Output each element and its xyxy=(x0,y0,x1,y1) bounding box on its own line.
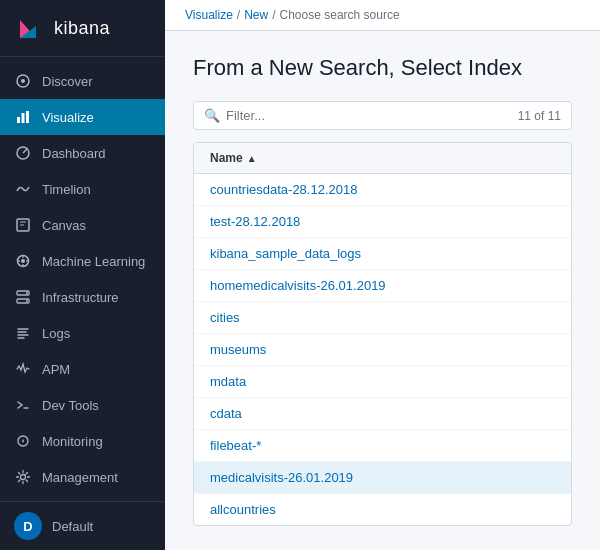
avatar: D xyxy=(14,512,42,540)
table-row[interactable]: allcountries xyxy=(194,494,571,525)
sidebar-label-machine-learning: Machine Learning xyxy=(42,254,145,269)
breadcrumb-separator: / xyxy=(272,8,275,22)
breadcrumb-separator: / xyxy=(237,8,240,22)
table-header: Name ▲ xyxy=(194,143,571,174)
sidebar-label-timelion: Timelion xyxy=(42,182,91,197)
kibana-logo-icon xyxy=(14,12,46,44)
svg-point-11 xyxy=(21,259,25,263)
canvas-icon xyxy=(14,216,32,234)
machine-learning-icon xyxy=(14,252,32,270)
page-title: From a New Search, Select Index xyxy=(193,55,572,81)
breadcrumb-item-2: Choose search source xyxy=(280,8,400,22)
sidebar: kibana Discover Visualize Dashboard Time… xyxy=(0,0,165,550)
sidebar-label-visualize: Visualize xyxy=(42,110,94,125)
table-row[interactable]: medicalvisits-26.01.2019 xyxy=(194,462,571,494)
table-row[interactable]: cities xyxy=(194,302,571,334)
svg-point-21 xyxy=(21,475,26,480)
sidebar-item-timelion[interactable]: Timelion xyxy=(0,171,165,207)
footer-label: Default xyxy=(52,519,93,534)
timelion-icon xyxy=(14,180,32,198)
table-row[interactable]: mdata xyxy=(194,366,571,398)
svg-rect-5 xyxy=(17,117,20,123)
sort-arrow-icon: ▲ xyxy=(247,153,257,164)
table-row[interactable]: countriesdata-28.12.2018 xyxy=(194,174,571,206)
index-table: Name ▲ countriesdata-28.12.2018test-28.1… xyxy=(193,142,572,526)
sidebar-label-apm: APM xyxy=(42,362,70,377)
sidebar-item-apm[interactable]: APM xyxy=(0,351,165,387)
sidebar-item-discover[interactable]: Discover xyxy=(0,63,165,99)
filter-count: 11 of 11 xyxy=(518,109,561,123)
column-name: Name ▲ xyxy=(210,151,257,165)
sidebar-item-dev-tools[interactable]: Dev Tools xyxy=(0,387,165,423)
breadcrumb-item-0[interactable]: Visualize xyxy=(185,8,233,22)
sidebar-item-infrastructure[interactable]: Infrastructure xyxy=(0,279,165,315)
sidebar-item-canvas[interactable]: Canvas xyxy=(0,207,165,243)
sidebar-item-monitoring[interactable]: Monitoring xyxy=(0,423,165,459)
table-row[interactable]: kibana_sample_data_logs xyxy=(194,238,571,270)
sidebar-item-visualize[interactable]: Visualize xyxy=(0,99,165,135)
svg-rect-0 xyxy=(14,12,46,44)
monitoring-icon xyxy=(14,432,32,450)
sidebar-footer[interactable]: D Default xyxy=(0,501,165,550)
sidebar-logo: kibana xyxy=(0,0,165,57)
breadcrumb-item-1[interactable]: New xyxy=(244,8,268,22)
table-row[interactable]: cdata xyxy=(194,398,571,430)
sidebar-label-management: Management xyxy=(42,470,118,485)
table-row[interactable]: test-28.12.2018 xyxy=(194,206,571,238)
table-body: countriesdata-28.12.2018test-28.12.2018k… xyxy=(194,174,571,525)
sidebar-item-logs[interactable]: Logs xyxy=(0,315,165,351)
sidebar-item-dashboard[interactable]: Dashboard xyxy=(0,135,165,171)
table-row[interactable]: homemedicalvisits-26.01.2019 xyxy=(194,270,571,302)
sidebar-item-management[interactable]: Management xyxy=(0,459,165,495)
sidebar-label-infrastructure: Infrastructure xyxy=(42,290,119,305)
apm-icon xyxy=(14,360,32,378)
sidebar-label-dev-tools: Dev Tools xyxy=(42,398,99,413)
discover-icon xyxy=(14,72,32,90)
svg-point-18 xyxy=(26,292,28,294)
sidebar-label-logs: Logs xyxy=(42,326,70,341)
sidebar-nav: Discover Visualize Dashboard Timelion Ca… xyxy=(0,57,165,501)
visualize-icon xyxy=(14,108,32,126)
app-title: kibana xyxy=(54,18,110,39)
filter-bar: 🔍 11 of 11 xyxy=(193,101,572,130)
content-area: From a New Search, Select Index 🔍 11 of … xyxy=(165,31,600,550)
sidebar-label-canvas: Canvas xyxy=(42,218,86,233)
sidebar-label-monitoring: Monitoring xyxy=(42,434,103,449)
sidebar-item-machine-learning[interactable]: Machine Learning xyxy=(0,243,165,279)
dashboard-icon xyxy=(14,144,32,162)
infrastructure-icon xyxy=(14,288,32,306)
dev-tools-icon xyxy=(14,396,32,414)
logs-icon xyxy=(14,324,32,342)
sidebar-label-discover: Discover xyxy=(42,74,93,89)
svg-point-19 xyxy=(26,300,28,302)
svg-point-4 xyxy=(21,79,25,83)
sidebar-label-dashboard: Dashboard xyxy=(42,146,106,161)
main-content: Visualize/New/Choose search source From … xyxy=(165,0,600,550)
breadcrumb: Visualize/New/Choose search source xyxy=(165,0,600,31)
svg-rect-7 xyxy=(26,111,29,123)
svg-rect-6 xyxy=(22,113,25,123)
filter-input[interactable] xyxy=(226,108,512,123)
search-icon: 🔍 xyxy=(204,108,220,123)
management-icon xyxy=(14,468,32,486)
table-row[interactable]: filebeat-* xyxy=(194,430,571,462)
table-row[interactable]: museums xyxy=(194,334,571,366)
